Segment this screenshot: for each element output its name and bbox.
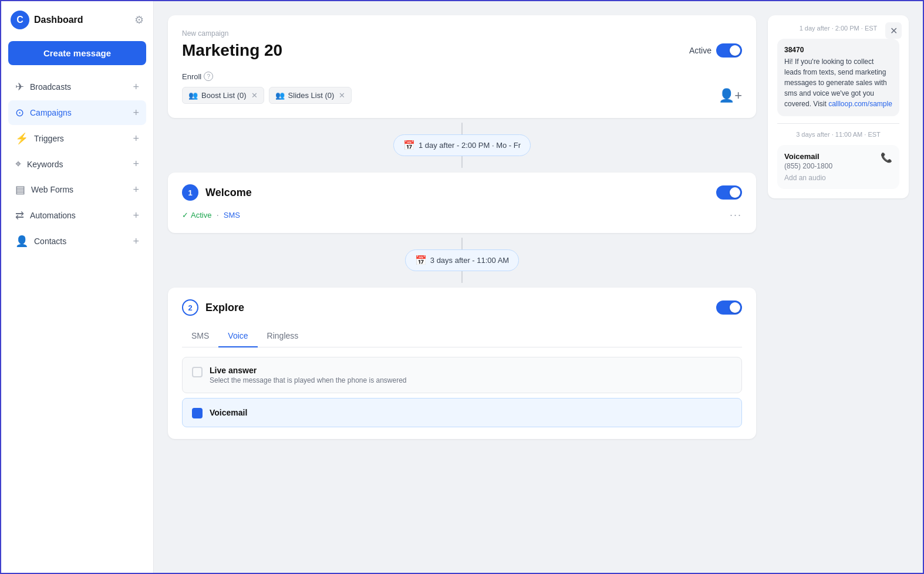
- timeline-connector-2: 📅 3 days after - 11:00 AM: [168, 233, 756, 288]
- live-answer-checkbox[interactable]: [192, 367, 203, 377]
- step-1-name: Welcome: [205, 187, 252, 199]
- message-link[interactable]: callloop.com/sample: [828, 100, 892, 108]
- logo: C Dashboard: [11, 11, 83, 29]
- triggers-add-icon[interactable]: +: [133, 133, 139, 145]
- web-forms-add-icon[interactable]: +: [133, 184, 139, 196]
- more-options-button[interactable]: ···: [730, 209, 742, 221]
- active-badge: Active: [689, 43, 742, 58]
- enroll-label: Enroll ?: [182, 72, 742, 81]
- step-2-card: 2 Explore SMS Voice Ringless Live answer: [168, 288, 756, 439]
- gear-icon[interactable]: ⚙: [134, 13, 144, 26]
- step-2-tabs: SMS Voice Ringless: [182, 325, 742, 347]
- help-icon: ?: [204, 72, 213, 81]
- step-2-name: Explore: [205, 302, 244, 314]
- add-contact-icon[interactable]: 👤+: [719, 88, 742, 103]
- step-1-card: 1 Welcome ✓ Active · SMS ···: [168, 173, 756, 233]
- tag-remove-icon-2[interactable]: ✕: [339, 91, 345, 100]
- step-1-header: 1 Welcome: [182, 184, 742, 201]
- sidebar-item-label: Keywords: [27, 160, 63, 169]
- live-answer-description: Select the message that is played when t…: [210, 376, 407, 384]
- web-forms-icon: ▤: [15, 183, 25, 196]
- active-label: Active: [689, 46, 711, 55]
- keywords-add-icon[interactable]: +: [133, 158, 139, 170]
- sms-badge: SMS: [224, 211, 240, 220]
- timeline-connector-1: 📅 1 day after - 2:00 PM · Mo - Fr: [168, 118, 756, 173]
- voicemail-title: Voicemail: [784, 152, 832, 161]
- schedule-label: 1 day after - 2:00 PM · Mo - Fr: [419, 141, 521, 150]
- contacts-icon: 👤: [15, 235, 28, 248]
- contacts-add-icon[interactable]: +: [133, 235, 139, 248]
- voice-section: Live answer Select the message that is p…: [182, 357, 742, 427]
- tab-sms[interactable]: SMS: [182, 325, 218, 347]
- connector-line-3: [461, 238, 463, 249]
- create-message-button[interactable]: Create message: [8, 41, 146, 65]
- tab-voice[interactable]: Voice: [218, 325, 257, 347]
- message-text: Hi! If you're looking to collect leads f…: [784, 56, 892, 109]
- phone-icon: 📞: [881, 152, 892, 163]
- automations-add-icon[interactable]: +: [133, 210, 139, 222]
- sidebar-item-contacts[interactable]: 👤 Contacts +: [8, 229, 146, 254]
- schedule-badge-1[interactable]: 📅 1 day after - 2:00 PM · Mo - Fr: [393, 134, 531, 156]
- close-button[interactable]: ✕: [885, 22, 902, 39]
- campaign-header: Marketing 20 Active: [182, 41, 742, 60]
- sidebar-item-keywords[interactable]: ⌖ Keywords +: [8, 152, 146, 176]
- enroll-row: 👥 Boost List (0) ✕ 👥 Slides List (0) ✕ 👤…: [182, 87, 742, 104]
- tag-slides-list: 👥 Slides List (0) ✕: [269, 87, 352, 104]
- step-2-number: 2: [182, 299, 198, 316]
- step-2-toggle[interactable]: [716, 300, 742, 315]
- step-1-toggle[interactable]: [716, 185, 742, 200]
- campaign-toggle[interactable]: [716, 43, 742, 58]
- voicemail-checkbox[interactable]: [192, 408, 203, 418]
- sidebar-item-web-forms[interactable]: ▤ Web Forms +: [8, 177, 146, 202]
- connector-line: [461, 123, 463, 134]
- schedule-icon-2: 📅: [415, 255, 427, 266]
- voicemail-audio: Add an audio: [784, 174, 832, 182]
- broadcasts-add-icon[interactable]: +: [133, 81, 139, 93]
- connector-line-4: [461, 271, 463, 283]
- center-panel: New campaign Marketing 20 Active Enroll …: [168, 15, 756, 559]
- group-icon: 👥: [188, 91, 198, 100]
- keywords-icon: ⌖: [15, 158, 21, 170]
- message-from: 38470: [784, 46, 892, 54]
- sidebar-item-label: Automations: [30, 211, 76, 220]
- tag-boost-list: 👥 Boost List (0) ✕: [182, 87, 264, 104]
- campaigns-add-icon[interactable]: +: [133, 107, 139, 119]
- sidebar-title: Dashboard: [34, 15, 83, 25]
- voicemail-label: Voicemail: [210, 408, 247, 417]
- sidebar-item-campaigns[interactable]: ⊙ Campaigns +: [8, 100, 146, 125]
- status-active: ✓ Active: [182, 211, 211, 220]
- schedule-badge-2[interactable]: 📅 3 days after - 11:00 AM: [405, 249, 519, 271]
- sidebar-item-broadcasts[interactable]: ✈ Broadcasts +: [8, 75, 146, 99]
- dot-separator: ·: [216, 210, 218, 221]
- sidebar-item-triggers[interactable]: ⚡ Triggers +: [8, 126, 146, 151]
- voicemail-bubble: Voicemail (855) 200-1800 Add an audio 📞: [777, 145, 899, 189]
- tag-label: Slides List (0): [288, 91, 335, 100]
- logo-icon: C: [11, 11, 29, 29]
- step-2-header: 2 Explore: [182, 299, 742, 316]
- schedule-label-2: 3 days after - 11:00 AM: [430, 256, 509, 265]
- tab-ringless[interactable]: Ringless: [258, 325, 308, 347]
- tag-label: Boost List (0): [201, 91, 247, 100]
- step-1-footer: ✓ Active · SMS ···: [182, 209, 742, 221]
- sidebar-item-label: Broadcasts: [30, 82, 71, 92]
- sidebar-header: C Dashboard ⚙: [8, 11, 146, 29]
- broadcasts-icon: ✈: [15, 80, 24, 93]
- campaigns-icon: ⊙: [15, 106, 24, 119]
- sidebar-item-label: Web Forms: [31, 185, 73, 194]
- enroll-section: Enroll ? 👥 Boost List (0) ✕ 👥 Slides Lis…: [182, 72, 742, 104]
- campaign-card: New campaign Marketing 20 Active Enroll …: [168, 15, 756, 118]
- voicemail-row: Voicemail: [182, 398, 742, 427]
- message-bubble-1: 38470 Hi! If you're looking to collect l…: [777, 39, 899, 116]
- status-row: ✓ Active · SMS: [182, 210, 240, 221]
- message-timestamp-1: 1 day after · 2:00 PM · EST: [777, 25, 899, 32]
- right-panel: ✕ 1 day after · 2:00 PM · EST 38470 Hi! …: [768, 15, 909, 198]
- panel-divider: [777, 123, 899, 124]
- sidebar-item-label: Triggers: [34, 134, 64, 143]
- tag-remove-icon[interactable]: ✕: [251, 91, 258, 100]
- connector-line-2: [461, 156, 463, 168]
- sidebar-item-automations[interactable]: ⇄ Automations +: [8, 203, 146, 228]
- status-label: Active: [191, 211, 211, 220]
- schedule-icon: 📅: [403, 140, 415, 151]
- main-content: New campaign Marketing 20 Active Enroll …: [154, 1, 923, 573]
- group-icon-2: 👥: [275, 91, 285, 100]
